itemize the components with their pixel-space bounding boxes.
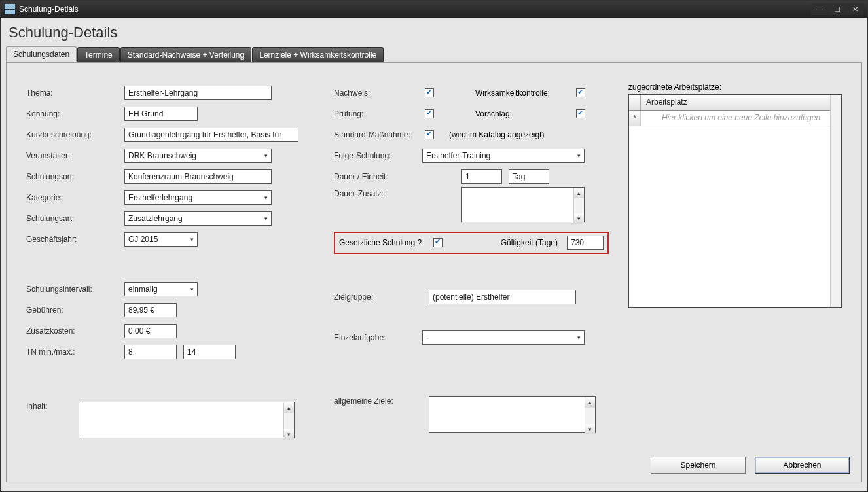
scroll-down-icon: ▾	[585, 424, 595, 434]
label-geschaeftsjahr: Geschäftsjahr:	[26, 235, 124, 244]
label-schulungsart: Schulungsart:	[26, 214, 124, 223]
grid-header: Arbeitsplatz	[629, 95, 841, 111]
footer-buttons: Speichern Abbrechen	[651, 457, 850, 474]
scroll-up-icon: ▴	[585, 397, 595, 408]
intervall-select[interactable]	[124, 282, 198, 296]
label-schulungsort: Schulungsort:	[26, 172, 124, 181]
label-folge-schulung: Folge-Schulung:	[334, 151, 422, 160]
gebuehren-input[interactable]	[124, 303, 177, 317]
tab-standard-nachweise[interactable]: Standard-Nachweise + Verteilung	[120, 47, 251, 62]
label-wirksamkeitkontrolle: Wirksamkeitkontrolle:	[475, 88, 573, 97]
tn-max-input[interactable]	[183, 345, 236, 359]
nachweis-checkbox[interactable]	[425, 88, 434, 97]
arbeitsplaetze-grid[interactable]: Arbeitsplatz * Hier klicken um eine neue…	[628, 94, 842, 308]
gesetzliche-schulung-checkbox[interactable]	[433, 238, 443, 247]
label-standard-massnahme: Standard-Maßnahme:	[334, 130, 422, 139]
dauer-input[interactable]	[461, 169, 502, 184]
minimize-button[interactable]: —	[811, 3, 828, 15]
kategorie-select[interactable]	[124, 190, 272, 205]
app-icon	[5, 4, 15, 14]
label-veranstalter: Veranstalter:	[26, 151, 124, 160]
scroll-down-icon: ▾	[574, 213, 584, 224]
dauer-zusatz-textarea[interactable]	[461, 187, 585, 222]
grid-new-row[interactable]: * Hier klicken um eine neue Zeile hinzuz…	[629, 111, 841, 126]
label-allgemeine-ziele: allgemeine Ziele:	[334, 396, 422, 406]
label-nachweis: Nachweis:	[334, 88, 422, 97]
new-row-indicator-icon: *	[629, 111, 641, 126]
scroll-up-icon: ▴	[284, 402, 294, 413]
label-kurzbeschreibung: Kurzbeschreibung:	[26, 130, 124, 139]
geschaeftsjahr-select[interactable]	[124, 232, 198, 247]
tn-min-input[interactable]	[124, 345, 177, 359]
label-zusatzkosten: Zusatzkosten:	[26, 326, 124, 336]
zielgruppe-input[interactable]	[429, 290, 576, 304]
new-row-placeholder: Hier klicken um eine neue Zeile hinzuzuf…	[641, 111, 841, 126]
gueltigkeit-input[interactable]	[567, 236, 604, 250]
cancel-button[interactable]: Abbrechen	[755, 457, 850, 474]
kurzbeschreibung-input[interactable]	[124, 128, 298, 142]
label-inhalt: Inhalt:	[26, 402, 79, 411]
standard-massnahme-checkbox[interactable]	[425, 130, 434, 139]
scrollbar[interactable]: ▴▾	[573, 188, 584, 224]
save-button[interactable]: Speichern	[651, 457, 746, 474]
kennung-input[interactable]	[124, 107, 198, 121]
wirksamkeitkontrolle-checkbox[interactable]	[576, 88, 585, 97]
label-einzelaufgabe: Einzelaufgabe:	[334, 333, 422, 342]
label-arbeitsplaetze: zugeordnete Arbeitsplätze:	[628, 82, 842, 92]
label-thema: Thema:	[26, 88, 124, 97]
label-vorschlag: Vorschlag:	[475, 109, 573, 118]
window-controls: — ☐ ✕	[811, 3, 863, 15]
window-title: Schulung-Detials	[19, 5, 79, 14]
label-gesetzliche-schulung: Gesetzliche Schulung ?	[339, 238, 422, 247]
zusatzkosten-input[interactable]	[124, 324, 177, 338]
label-gueltigkeit: Gültigkeit (Tage)	[501, 238, 558, 247]
label-tn-min-max: TN min./max.:	[26, 347, 124, 357]
label-dauer-zusatz: Dauer-Zusatz:	[334, 187, 422, 198]
label-schulungsintervall: Schulungsintervall:	[26, 285, 124, 294]
maximize-button[interactable]: ☐	[829, 3, 846, 15]
scrollbar[interactable]: ▴▾	[585, 397, 595, 434]
label-kategorie: Kategorie:	[26, 193, 124, 202]
titlebar-left: Schulung-Detials	[5, 4, 79, 14]
folge-schulung-select[interactable]	[422, 149, 585, 163]
tab-schulungsdaten[interactable]: Schulungsdaten	[6, 46, 77, 62]
veranstalter-select[interactable]	[124, 149, 272, 163]
schulungsart-select[interactable]	[124, 211, 272, 226]
allgemeine-ziele-textarea[interactable]	[429, 396, 596, 433]
titlebar: Schulung-Detials — ☐ ✕	[1, 1, 867, 18]
tab-panel-schulungsdaten: Thema: Kennung: Kurzbeschreibung: Verans…	[6, 62, 862, 482]
label-dauer-einheit: Dauer / Einheit:	[334, 172, 422, 181]
tab-lernziele[interactable]: Lernziele + Wirksamkeitskontrolle	[252, 47, 384, 62]
pruefung-checkbox[interactable]	[425, 109, 434, 118]
scroll-down-icon: ▾	[284, 429, 294, 440]
close-button[interactable]: ✕	[846, 3, 863, 15]
schulungsort-input[interactable]	[124, 169, 272, 184]
dauer-einheit-input[interactable]	[509, 169, 549, 184]
label-zielgruppe: Zielgruppe:	[334, 292, 422, 302]
scrollbar[interactable]: ▴▾	[283, 402, 294, 440]
label-kennung: Kennung:	[26, 109, 124, 118]
inhalt-textarea[interactable]	[79, 402, 295, 438]
scroll-up-icon: ▴	[574, 188, 584, 198]
tabs-bar: Schulungsdaten Termine Standard-Nachweis…	[6, 46, 867, 62]
column-middle: Nachweis: Wirksamkeitkontrolle: Prüfung:…	[334, 82, 609, 440]
thema-input[interactable]	[124, 86, 272, 100]
page-title: Schulung-Details	[1, 18, 867, 46]
einzelaufgabe-select[interactable]	[422, 330, 585, 345]
column-left: Thema: Kennung: Kurzbeschreibung: Verans…	[26, 82, 314, 440]
window-frame: Schulung-Detials — ☐ ✕ Schulung-Details …	[0, 0, 868, 492]
grid-scrollbar[interactable]	[830, 95, 841, 307]
gesetzliche-schulung-highlight: Gesetzliche Schulung ? Gültigkeit (Tage)	[334, 232, 609, 254]
tab-termine[interactable]: Termine	[77, 47, 120, 62]
column-right: zugeordnete Arbeitsplätze: Arbeitsplatz …	[628, 82, 842, 440]
standard-hint: (wird im Katalog angezeigt)	[449, 130, 544, 139]
label-gebuehren: Gebühren:	[26, 306, 124, 315]
grid-corner	[629, 95, 641, 110]
grid-column-arbeitsplatz[interactable]: Arbeitsplatz	[641, 95, 841, 110]
label-pruefung: Prüfung:	[334, 109, 422, 118]
vorschlag-checkbox[interactable]	[576, 109, 585, 118]
